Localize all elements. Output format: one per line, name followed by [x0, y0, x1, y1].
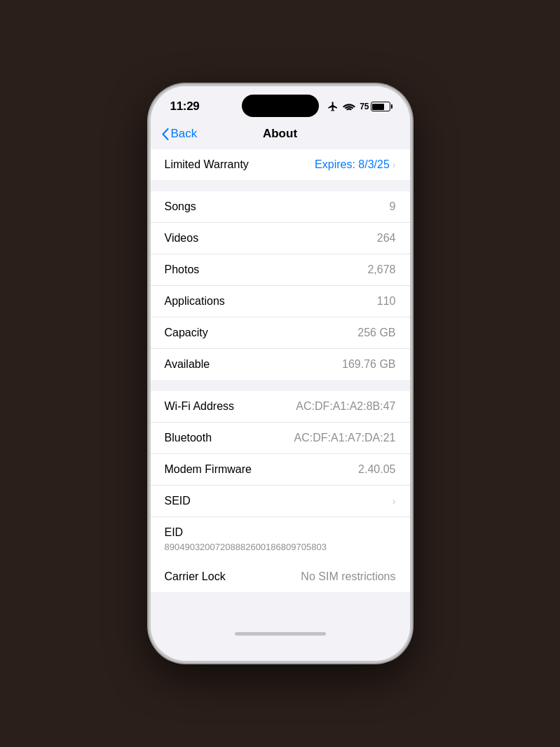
songs-row: Songs 9: [151, 191, 410, 223]
status-bar: 11:29 75: [151, 86, 410, 121]
videos-row: Videos 264: [151, 223, 410, 254]
status-icons: 75: [327, 101, 390, 112]
modem-firmware-label: Modem Firmware: [165, 463, 252, 476]
chevron-left-icon: [162, 128, 169, 140]
network-section: Wi-Fi Address AC:DF:A1:A2:8B:47 Bluetoot…: [151, 391, 410, 592]
chevron-right-icon: ›: [392, 159, 396, 170]
phone-frame: 11:29 75 Back: [151, 86, 410, 661]
applications-label: Applications: [165, 295, 225, 308]
home-indicator: [151, 622, 410, 645]
videos-label: Videos: [165, 232, 199, 245]
airplane-icon: [327, 101, 339, 112]
photos-label: Photos: [165, 263, 200, 276]
seid-label: SEID: [165, 495, 191, 507]
bluetooth-label: Bluetooth: [165, 432, 212, 444]
warranty-section: Limited Warranty Expires: 8/3/25 ›: [151, 149, 410, 180]
applications-value: 110: [377, 295, 396, 308]
available-value: 169.76 GB: [342, 358, 396, 371]
capacity-value: 256 GB: [357, 327, 395, 339]
videos-value: 264: [377, 232, 396, 245]
home-bar: [235, 632, 326, 636]
applications-row: Applications 110: [151, 286, 410, 317]
modem-firmware-value: 2.40.05: [358, 463, 395, 476]
limited-warranty-value: Expires: 8/3/25 ›: [315, 158, 395, 171]
available-row: Available 169.76 GB: [151, 349, 410, 380]
battery-percent: 75: [360, 102, 369, 111]
status-time: 11:29: [170, 100, 200, 114]
seid-row[interactable]: SEID ›: [151, 486, 410, 517]
songs-label: Songs: [165, 200, 196, 213]
nav-bar: Back About: [151, 121, 410, 149]
limited-warranty-row[interactable]: Limited Warranty Expires: 8/3/25 ›: [151, 149, 410, 180]
wifi-address-value: AC:DF:A1:A2:8B:47: [296, 400, 395, 413]
capacity-row: Capacity 256 GB: [151, 317, 410, 349]
eid-value: 89049032007208882600186809705803: [165, 542, 396, 552]
songs-value: 9: [390, 200, 396, 213]
carrier-lock-row: Carrier Lock No SIM restrictions: [151, 561, 410, 592]
capacity-label: Capacity: [165, 327, 208, 339]
battery-indicator: 75: [360, 102, 390, 111]
battery-box: [371, 102, 390, 111]
dynamic-island: [242, 95, 319, 117]
seid-value: ›: [392, 495, 396, 507]
media-section: Songs 9 Videos 264 Photos 2,678 Applicat…: [151, 191, 410, 380]
eid-row: EID 89049032007208882600186809705803: [151, 517, 410, 561]
bluetooth-row: Bluetooth AC:DF:A1:A7:DA:21: [151, 423, 410, 454]
wifi-address-row: Wi-Fi Address AC:DF:A1:A2:8B:47: [151, 391, 410, 423]
back-button[interactable]: Back: [162, 127, 198, 141]
photos-value: 2,678: [367, 263, 395, 276]
limited-warranty-label: Limited Warranty: [165, 158, 249, 171]
carrier-lock-value: No SIM restrictions: [301, 570, 395, 583]
bluetooth-value: AC:DF:A1:A7:DA:21: [294, 432, 396, 444]
wifi-icon: [343, 102, 355, 111]
carrier-lock-label: Carrier Lock: [165, 570, 226, 583]
content-area: Limited Warranty Expires: 8/3/25 › Songs…: [151, 149, 410, 622]
eid-label: EID: [165, 526, 396, 539]
available-label: Available: [165, 358, 210, 371]
modem-firmware-row: Modem Firmware 2.40.05: [151, 454, 410, 486]
page-title: About: [263, 127, 297, 141]
photos-row: Photos 2,678: [151, 254, 410, 286]
wifi-address-label: Wi-Fi Address: [165, 400, 235, 413]
battery-fill: [372, 104, 384, 110]
seid-chevron-icon: ›: [392, 495, 396, 507]
back-label: Back: [171, 127, 198, 141]
